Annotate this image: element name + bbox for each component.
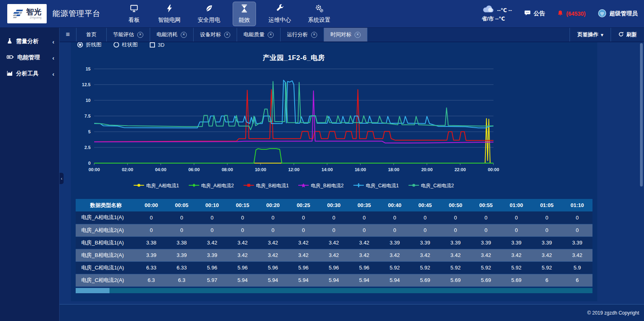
tab-operations-dropdown[interactable]: 页签操作 ▾ [570,28,611,41]
legend-label: 电房_A相电流2 [201,182,234,189]
chevron-left-icon: ‹ [52,54,54,61]
value-cell: 0 [136,224,167,236]
series-电房_A相电流2 [94,149,493,163]
value-cell: 0 [562,224,592,236]
sidebar-collapse-handle[interactable]: ‹ [60,173,64,184]
avatar-icon [598,9,607,19]
chart-title: 产业园_1F2-6_电房 [71,53,517,62]
brand-logo[interactable]: 智光 Zhiguang [7,4,47,23]
column-header: 01:10 [562,199,592,211]
tab-close-icon[interactable]: × [137,32,143,38]
sidebar-item-分析工具[interactable]: 分析工具‹ [0,66,59,82]
nav-item-智能电网[interactable]: 智能电网 [154,2,185,26]
value-cell: 3.42 [258,236,288,249]
legend-item-电房_A相电流1[interactable]: 电房_A相电流1 [134,182,179,189]
svg-text:5: 5 [88,129,91,134]
checkbox-3D[interactable]: 3D [150,42,165,48]
chat-bubble-icon [524,10,531,18]
legend-item-电房_C相电流2[interactable]: 电房_C相电流2 [409,182,454,189]
value-cell: 0 [258,211,288,224]
value-cell: 6 [562,274,592,286]
legend-item-电房_C相电流1[interactable]: 电房_C相电流1 [353,182,399,189]
nav-item-能效[interactable]: 能效 [233,2,256,26]
tab-close-icon[interactable]: × [224,32,230,38]
legend-item-电房_B相电流1[interactable]: 电房_B相电流1 [244,182,289,189]
tab-close-icon[interactable]: × [268,32,274,38]
svg-text:00:00: 00:00 [89,167,100,172]
value-cell: 0 [288,224,319,236]
radio-折线图[interactable]: 折线图 [77,42,101,48]
radio-柱状图[interactable]: 柱状图 [114,42,138,48]
tab-operations-label: 页签操作 [577,31,598,38]
tab-label: 电能消耗 [157,31,178,38]
column-header: 00:00 [136,199,167,211]
area-chart-icon [6,70,13,78]
tab-节能评估[interactable]: 节能评估× [107,28,150,41]
nav-item-看板[interactable]: 看板 [122,2,146,26]
value-cell: 3.42 [410,249,440,261]
refresh-label: 刷新 [626,31,637,38]
nav-label: 运维中心 [268,17,291,24]
svg-text:10: 10 [86,98,91,103]
legend-marker-icon [298,183,309,189]
refresh-button[interactable]: 刷新 [611,28,644,41]
tab-label: 时间对标 [330,31,351,38]
value-cell: 0 [319,211,349,224]
horizontal-scrollbar-thumb[interactable] [76,288,109,293]
value-cell: 0 [380,224,410,236]
table-header-row: 数据类型名称00:0000:0500:1000:1500:2000:2500:3… [76,199,592,211]
tab-label: 电能质量 [244,31,264,38]
value-cell: 0 [501,224,532,236]
value-cell: 3.42 [288,249,319,261]
value-cell: 5.69 [410,274,440,286]
tab-close-icon[interactable]: × [311,32,317,38]
user-menu[interactable]: 超级管理员 [598,9,638,19]
cloud-icon [482,5,495,15]
column-header: 01:05 [532,199,562,211]
tab-首页[interactable]: 首页 [76,28,107,41]
hamburger-menu-icon[interactable]: ≡ [60,28,76,41]
column-header: 00:25 [288,199,319,211]
row-name-cell: 电房_C相电流2(A) [76,274,136,286]
nav-item-系统设置[interactable]: 系统设置 [303,2,335,26]
nav-item-运维中心[interactable]: 运维中心 [264,2,295,26]
weather-widget: --℃ -- 省/市 --℃ [482,5,512,22]
sidebar-item-需量分析[interactable]: 需量分析‹ [0,33,59,50]
value-cell: 0 [197,211,227,224]
value-cell: 0 [167,211,197,224]
value-cell: 3.39 [562,236,592,249]
column-header: 00:05 [167,199,197,211]
value-cell: 0 [410,224,440,236]
tab-电能质量[interactable]: 电能质量× [237,28,281,41]
alarm-button[interactable]: (64530) [557,10,586,18]
column-header: 01:00 [501,199,532,211]
legend-item-电房_B相电流2[interactable]: 电房_B相电流2 [298,182,343,189]
legend-item-电房_A相电流2[interactable]: 电房_A相电流2 [189,182,234,189]
nav-item-安全用电[interactable]: 安全用电 [193,2,225,26]
horizontal-scrollbar[interactable] [76,288,592,293]
tab-时间对标[interactable]: 时间对标× [324,28,367,41]
vertical-scrollbar[interactable] [640,43,643,186]
value-cell: 3.39 [532,236,562,249]
tab-label: 运行分析 [287,31,308,38]
wrench-icon [275,4,284,14]
tab-运行分析[interactable]: 运行分析× [281,28,324,41]
column-header: 00:20 [258,199,288,211]
value-cell: 5.94 [258,274,288,286]
tab-电能消耗[interactable]: 电能消耗× [150,28,194,41]
tab-设备对标[interactable]: 设备对标× [194,28,237,41]
svg-text:22:00: 22:00 [454,167,466,172]
announcement-button[interactable]: 公告 [524,10,545,18]
value-cell: 3.39 [197,249,227,261]
value-cell: 5.94 [227,274,258,286]
tabs-container: 首页节能评估×电能消耗×设备对标×电能质量×运行分析×时间对标× [76,28,367,41]
value-cell: 0 [380,211,410,224]
legend-label: 电房_B相电流2 [311,182,343,189]
column-header: 00:45 [410,199,440,211]
sidebar-item-电能管理[interactable]: 电能管理‹ [0,50,59,66]
column-header: 数据类型名称 [76,199,136,211]
tab-close-icon[interactable]: × [181,32,187,38]
tab-close-icon[interactable]: × [355,32,361,38]
row-name-cell: 电房_B相电流2(A) [76,249,136,261]
value-cell: 3.39 [410,236,440,249]
